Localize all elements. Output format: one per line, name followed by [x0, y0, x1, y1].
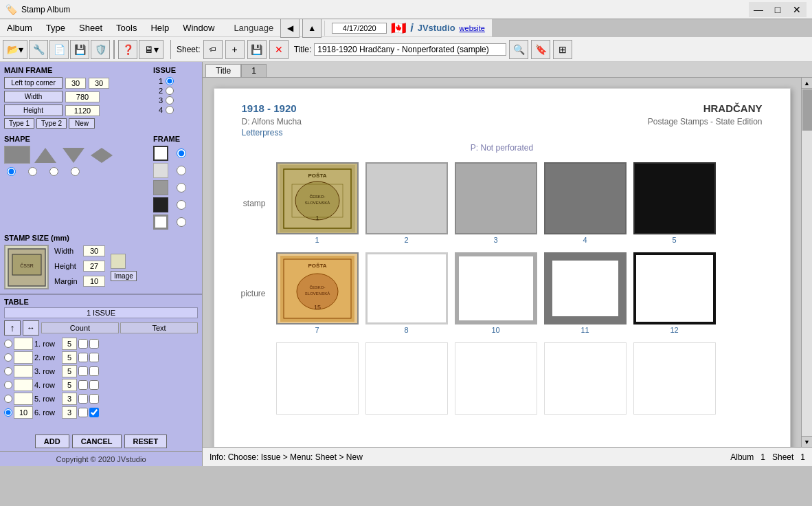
issue-radio-1[interactable] [166, 77, 174, 85]
height-btn[interactable]: Height [4, 104, 63, 116]
stamp-height-input[interactable] [83, 261, 105, 272]
toolbar-btn3[interactable]: 📄 [49, 40, 69, 59]
row-indent-5[interactable] [14, 393, 33, 405]
type1-btn[interactable]: Type 1 [4, 118, 34, 129]
stamp-width-input[interactable] [83, 245, 105, 256]
menu-type[interactable]: Type [39, 19, 72, 36]
frame-light[interactable] [153, 163, 168, 178]
image-btn[interactable]: Image [111, 271, 137, 281]
row-radio-6[interactable] [4, 408, 12, 417]
row-radio-1[interactable] [4, 340, 12, 348]
frame-radio-1[interactable] [177, 146, 186, 161]
frame-radio-4[interactable] [177, 197, 186, 212]
scrollbar[interactable]: ▲ ▼ [801, 78, 812, 447]
row-count-3[interactable] [62, 365, 77, 377]
row-indent-1[interactable] [14, 338, 33, 350]
toolbar-save[interactable]: 💾 [70, 40, 89, 59]
ly-input[interactable] [89, 78, 109, 89]
sheet-title-input[interactable] [314, 43, 506, 56]
row-check3b[interactable] [89, 366, 99, 376]
frame-none[interactable] [153, 146, 168, 161]
frame-border-only[interactable] [153, 214, 168, 230]
row-check4b[interactable] [89, 380, 99, 390]
shape-diamond[interactable] [89, 146, 115, 165]
row-count-6[interactable] [62, 406, 77, 419]
scroll-thumb[interactable] [802, 89, 812, 131]
row-check4a[interactable] [78, 380, 88, 390]
row-indent-3[interactable] [14, 365, 33, 377]
row-check3a[interactable] [78, 366, 88, 376]
row-check2a[interactable] [78, 353, 88, 362]
sheet-save-btn[interactable]: 💾 [247, 40, 267, 59]
text-header[interactable]: Text [120, 322, 198, 333]
row-count-5[interactable] [62, 393, 77, 405]
toolbar-display[interactable]: 🖥▾ [139, 40, 163, 59]
shape-radio-1[interactable] [7, 167, 16, 176]
cancel-button[interactable]: CANCEL [72, 434, 122, 448]
menu-sheet[interactable]: Sheet [72, 19, 109, 36]
website-link[interactable]: website [460, 24, 485, 32]
sheet-delete-btn[interactable]: ✕ [269, 40, 289, 59]
frame-radio-2[interactable] [177, 163, 186, 178]
sheet-add-btn[interactable]: + [225, 40, 245, 59]
row-radio-5[interactable] [4, 395, 12, 403]
menu-language[interactable]: Language [227, 19, 280, 36]
row-check6b[interactable] [89, 408, 99, 417]
minimize-button[interactable]: — [749, 2, 768, 17]
shape-triangle-down[interactable] [60, 146, 87, 165]
sheet-search-btn[interactable]: 🔍 [509, 40, 528, 59]
width-input[interactable] [65, 91, 100, 102]
table-double-arrow[interactable]: ↔ [23, 320, 39, 336]
maximize-button[interactable]: □ [768, 2, 787, 17]
sheet-grid-btn[interactable]: ⊞ [553, 40, 572, 59]
row-indent-2[interactable] [14, 351, 33, 364]
shape-radio-2[interactable] [28, 167, 37, 176]
menu-window[interactable]: Window [176, 19, 221, 36]
sheet-bookmark-btn[interactable]: 🔖 [531, 40, 550, 59]
height-input[interactable] [65, 105, 100, 116]
table-up-arrow[interactable]: ↑ [4, 320, 21, 336]
nav-up-button[interactable]: ▲ [302, 19, 322, 38]
row-count-2[interactable] [62, 351, 77, 364]
frame-radio-3[interactable] [177, 180, 186, 195]
row-check2b[interactable] [89, 353, 99, 362]
row-count-1[interactable] [62, 338, 77, 350]
row-radio-4[interactable] [4, 381, 12, 389]
new-type-btn[interactable]: New [69, 118, 95, 129]
toolbar-help[interactable]: ❓ [118, 40, 137, 59]
menu-tools[interactable]: Tools [109, 19, 144, 36]
count-header[interactable]: Count [41, 322, 119, 333]
row-count-4[interactable] [62, 379, 77, 391]
add-button[interactable]: ADD [35, 434, 69, 448]
row-radio-3[interactable] [4, 367, 12, 375]
shape-triangle-up[interactable] [32, 146, 58, 165]
row-check5a[interactable] [78, 394, 88, 404]
close-button[interactable]: ✕ [787, 2, 807, 17]
issue-radio-2[interactable] [166, 87, 174, 95]
frame-medium[interactable] [153, 180, 168, 195]
menu-album[interactable]: Album [0, 19, 39, 36]
width-btn[interactable]: Width [4, 91, 63, 102]
scroll-up-arrow[interactable]: ▲ [802, 78, 812, 89]
row-check1a[interactable] [78, 339, 88, 349]
nav-back-button[interactable]: ◀ [280, 19, 300, 38]
frame-dark[interactable] [153, 197, 168, 212]
toolbar-btn2[interactable]: 🔧 [29, 40, 48, 59]
shape-radio-4[interactable] [71, 167, 80, 176]
shape-rect[interactable] [4, 146, 30, 164]
tab-title[interactable]: Title [205, 64, 241, 77]
row-indent-6[interactable] [14, 406, 33, 419]
row-radio-2[interactable] [4, 353, 12, 362]
tab-1[interactable]: 1 [241, 64, 267, 77]
lx-input[interactable] [65, 78, 86, 89]
toolbar-shield[interactable]: 🛡️ [91, 40, 110, 59]
type2-btn[interactable]: Type 2 [36, 118, 67, 129]
row-check5b[interactable] [89, 394, 99, 404]
issue-radio-3[interactable] [166, 96, 174, 104]
stamp-margin-input[interactable] [83, 276, 105, 287]
row-indent-4[interactable] [14, 379, 33, 391]
issue-radio-4[interactable] [166, 106, 174, 114]
row-check1b[interactable] [89, 339, 99, 349]
scroll-down-arrow[interactable]: ▼ [802, 436, 812, 447]
toolbar-open-dropdown[interactable]: 📂▾ [3, 40, 27, 59]
